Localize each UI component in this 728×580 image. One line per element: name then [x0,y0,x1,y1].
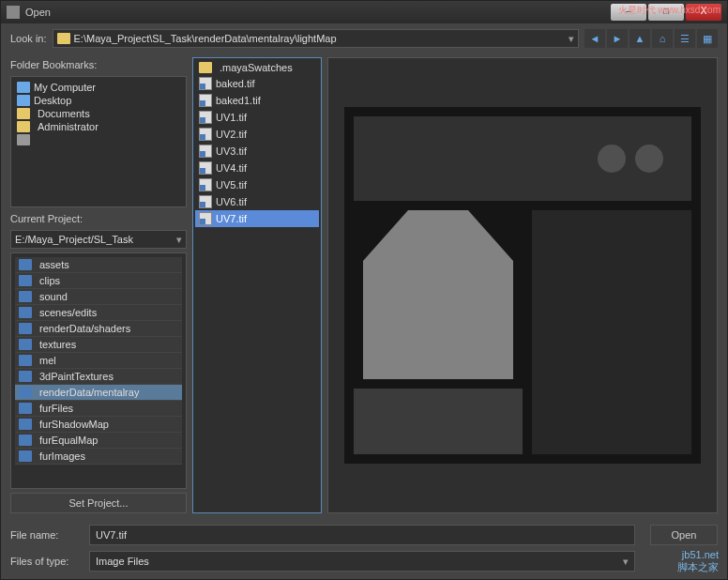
watermark-bottom: jb51.net 脚本之家 [677,549,719,574]
project-item[interactable]: 3dPaintTextures [15,369,182,385]
project-item[interactable]: mel [15,353,182,369]
folder-icon [17,108,30,119]
folder-icon [19,259,32,270]
image-preview [344,107,701,464]
files-of-type-label: Files of type: [10,556,82,567]
file-item[interactable]: UV2.tif [195,126,319,143]
bookmark-administrator[interactable]: Administrator [15,120,182,133]
nav-forward-button[interactable]: ► [607,29,628,48]
open-dialog: Open – □ X Look in: E:\Maya_Project\SL_T… [0,0,728,580]
nav-back-button[interactable]: ◄ [584,29,605,48]
nav-home-button[interactable]: ⌂ [652,29,673,48]
app-icon [7,6,20,19]
folder-icon [19,355,32,366]
file-item[interactable]: UV1.tif [195,109,319,126]
folder-icon [19,371,32,382]
current-project-label: Current Project: [10,211,187,226]
files-of-type-select[interactable]: Image Files ▾ [89,551,635,572]
tif-icon [199,161,212,175]
set-project-button[interactable]: Set Project... [10,493,187,513]
tif-icon [199,145,212,158]
folder-icon [17,134,30,145]
bookmark-desktop[interactable]: Desktop [15,94,182,107]
project-item[interactable]: renderData/shaders [15,321,182,337]
lookin-path: E:\Maya_Project\SL_Task\renderData\menta… [74,33,337,44]
folder-icon [19,323,32,334]
folder-icon [17,121,30,132]
lookin-label: Look in: [10,33,47,44]
desktop-icon [17,95,30,106]
folder-icon [199,62,212,73]
project-item[interactable]: furImages [15,449,182,465]
folder-icon [57,33,70,44]
project-item[interactable]: furFiles [15,401,182,417]
tif-icon [199,111,212,124]
file-item[interactable]: UV7.tif [195,210,319,227]
folder-icon [19,403,32,414]
open-button[interactable]: Open [650,525,718,545]
project-item[interactable]: renderData/mentalray [15,385,182,401]
file-name-input[interactable] [89,525,635,545]
file-list[interactable]: .mayaSwatchesbaked.tifbaked1.tifUV1.tifU… [192,57,322,513]
view-thumb-button[interactable]: ▦ [697,29,718,48]
bookmark-my-computer[interactable]: My Computer [15,81,182,94]
project-item[interactable]: furShadowMap [15,417,182,433]
tif-icon [199,195,212,208]
folder-icon [19,291,32,302]
project-item[interactable]: textures [15,337,182,353]
project-item[interactable]: furEqualMap [15,433,182,449]
project-item[interactable]: sound [15,289,182,305]
tif-icon [199,94,212,107]
file-item[interactable]: baked1.tif [195,92,319,109]
current-project-field[interactable]: E:/Maya_Project/SL_Task ▾ [10,230,187,249]
project-item[interactable]: scenes/edits [15,305,182,321]
watermark-top: 火星时代 www.hxsd.com [618,4,720,17]
project-item[interactable]: assets [15,257,182,273]
file-item[interactable]: UV6.tif [195,193,319,210]
bookmarks-panel: My Computer Desktop Documents Administra… [10,76,187,207]
folder-icon [19,339,32,350]
preview-panel [327,57,718,513]
bookmark-empty[interactable] [15,133,182,146]
project-tree[interactable]: assetsclipssoundscenes/editsrenderData/s… [10,252,187,489]
folder-icon [19,450,32,462]
tif-icon [199,77,212,90]
folder-icon [19,307,32,318]
window-title: Open [25,7,51,18]
computer-icon [17,82,30,93]
file-item[interactable]: .mayaSwatches [195,60,319,75]
nav-up-button[interactable]: ▲ [629,29,650,48]
file-item[interactable]: UV3.tif [195,143,319,160]
file-item[interactable]: baked.tif [195,75,319,92]
file-item[interactable]: UV4.tif [195,160,319,176]
chevron-down-icon[interactable]: ▾ [569,33,574,45]
file-item[interactable]: UV5.tif [195,176,319,193]
folder-icon [19,387,32,398]
chevron-down-icon[interactable]: ▾ [176,234,182,246]
tif-icon [199,128,212,141]
folder-icon [19,435,32,446]
folder-icon [19,419,32,430]
view-list-button[interactable]: ☰ [675,29,695,48]
tif-icon [199,178,212,191]
file-name-label: File name: [10,529,82,541]
chevron-down-icon: ▾ [623,556,629,568]
folder-icon [19,275,32,286]
tif-icon [199,212,212,225]
project-item[interactable]: clips [15,273,182,289]
lookin-path-field[interactable]: E:\Maya_Project\SL_Task\renderData\menta… [53,29,579,48]
bookmark-documents[interactable]: Documents [15,107,182,120]
bookmarks-label: Folder Bookmarks: [10,57,187,72]
